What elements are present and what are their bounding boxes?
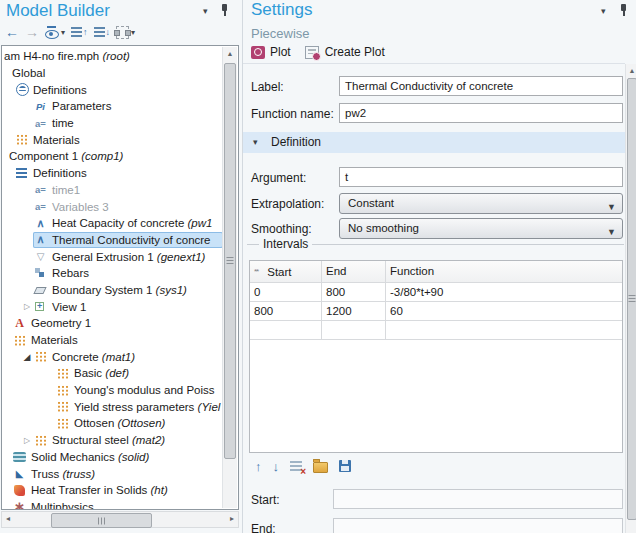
definition-section-header[interactable]: ▾ Definition [243,132,625,153]
collapse-section-arrow-icon[interactable]: ▾ [253,132,258,153]
collapsed-arrow-icon[interactable]: ▷ [21,302,33,311]
tree-item-boundary-system[interactable]: Boundary System 1 (sys1) [2,282,223,299]
tree-item-root[interactable]: am H4-no fire.mph (root) [2,48,223,65]
material-icon [55,400,70,414]
column-header-start[interactable]: **Start [250,261,322,282]
interval-row-2[interactable] [250,321,622,340]
tree-item-view-1[interactable]: ▷View 1 [2,298,223,315]
scroll-left-arrow-icon[interactable]: ◂ [6,514,10,523]
interval-cell[interactable] [322,321,386,340]
smoothing-dropdown[interactable]: No smoothing▼ [339,218,623,239]
function-name-field-label: Function name: [251,107,334,121]
tree-item-multiphysics[interactable]: Multiphysics [2,499,223,510]
tree-vertical-scrollbar[interactable]: ▲ [222,47,237,508]
interval-cell[interactable] [386,321,622,340]
tree-item-variables-3[interactable]: Variables 3 [2,198,223,215]
load-from-file-icon[interactable] [313,462,328,473]
move-up-icon[interactable]: ↑ [255,459,262,474]
pin-icon[interactable] [220,4,229,17]
expand-list-down-icon[interactable]: ↓ [91,23,114,41]
tree-item-time1[interactable]: time1 [2,182,223,199]
model-tree-node-icon[interactable]: ▾ [113,23,138,41]
scroll-up-arrow-icon[interactable]: ▲ [626,67,636,74]
start-field-label: Start: [251,493,280,507]
interval-cell[interactable]: -3/80*t+90 [386,283,622,302]
tree-item-geometry-1[interactable]: Geometry 1 [2,315,223,332]
function-name-field[interactable]: pw2 [339,103,623,123]
tree-vscroll-thumb[interactable] [224,63,236,459]
column-header-end[interactable]: End [322,261,386,282]
tree-item-thermal-conductivity[interactable]: Thermal Conductivity of concre [2,232,223,249]
start-field[interactable] [333,489,623,509]
tree-item-label: Concrete [52,351,99,363]
interval-cell[interactable]: 60 [386,302,622,321]
interval-cell[interactable] [250,321,322,340]
interval-cell[interactable]: 1200 [322,302,386,321]
tree-item-tag: (truss) [59,468,95,480]
tree-item-concrete[interactable]: ◢Concrete (mat1) [2,348,223,365]
settings-menu-dropdown-icon[interactable]: ▾ [601,6,606,16]
collapsed-arrow-icon[interactable]: ▷ [21,436,33,445]
tree-item-component-1[interactable]: Component 1 (comp1) [2,148,223,165]
end-field[interactable] [333,518,623,533]
plot-button[interactable]: Plot [251,45,291,59]
clear-table-icon[interactable] [290,461,302,471]
tree-item-materials[interactable]: Materials [2,332,223,349]
settings-vscroll-thumb[interactable] [627,78,636,520]
save-to-file-icon[interactable] [339,460,351,472]
interval-cell[interactable]: 800 [322,283,386,302]
interval-row-0[interactable]: 0800-3/80*t+90 [250,283,622,302]
interval-cell[interactable]: 800 [250,302,322,321]
rebars-icon [33,266,48,280]
interval-cell[interactable]: 0 [250,283,322,302]
tree-item-yield-stress[interactable]: Yield stress parameters (Yiel [2,398,223,415]
tree-indent [2,73,12,74]
settings-vertical-scrollbar[interactable]: ▲ [625,64,636,533]
create-plot-button[interactable]: Create Plot [305,45,385,59]
expanded-arrow-icon[interactable]: ◢ [21,352,33,362]
tree-indent [2,306,21,307]
interval-row-1[interactable]: 800120060 [250,302,622,321]
tree-item-ottosen[interactable]: Ottosen (Ottosen) [2,415,223,432]
back-arrow-icon[interactable]: ← [2,23,22,41]
intervals-table[interactable]: **Start End Function 0800-3/80*t+9080012… [249,260,623,453]
tree-item-solid-mechanics[interactable]: Solid Mechanics (solid) [2,449,223,466]
settings-pin-icon[interactable] [619,4,628,17]
tree-item-truss[interactable]: Truss (truss) [2,465,223,482]
tree-item-time[interactable]: time [2,115,223,132]
tree-horizontal-scrollbar[interactable]: ◂ ▸ [1,511,239,528]
scroll-up-arrow-icon[interactable]: ▲ [223,50,237,57]
show-hide-eye-icon[interactable]: ▾ [42,23,68,41]
argument-field[interactable]: t [339,167,623,187]
eye-dropdown-arrow-icon[interactable]: ▾ [61,28,65,37]
tree-item-global[interactable]: Global [2,65,223,82]
panel-menu-dropdown-icon[interactable]: ▾ [203,6,208,16]
scroll-right-arrow-icon[interactable]: ▸ [230,514,234,523]
tree-item-heat-capacity[interactable]: Heat Capacity of concrete (pw1 [2,215,223,232]
collapse-list-up-icon[interactable]: ↑ [68,23,91,41]
tree-item-heat-transfer[interactable]: Heat Transfer in Solids (ht) [2,482,223,499]
tree-item-rebars[interactable]: Rebars [2,265,223,282]
forward-arrow-icon[interactable]: → [22,23,42,41]
tree-item-label: Variables 3 [52,201,109,213]
move-down-icon[interactable]: ↓ [273,459,280,474]
column-header-function[interactable]: Function [386,261,622,282]
tree-item-label: Definitions [33,167,87,179]
tree-item-tag: (mat1) [99,351,135,363]
tree-item-structural-steel[interactable]: ▷Structural steel (mat2) [2,432,223,449]
tree-item-parameters[interactable]: Parameters [2,98,223,115]
tree-item-basic[interactable]: Basic (def) [2,365,223,382]
tree-item-general-extrusion[interactable]: General Extrusion 1 (genext1) [2,248,223,265]
node-dropdown-arrow-icon[interactable]: ▾ [131,28,135,37]
comsol-window: Model Builder ▾ ← → ▾ ↑ ↓ ▾ am H4-no fir… [0,0,636,533]
extrapolation-dropdown[interactable]: Constant▼ [339,193,623,214]
tree-item-global-definitions[interactable]: Definitions [2,81,223,98]
tree-item-youngs-modulus[interactable]: Young's modulus and Poiss [2,382,223,399]
tree-hscroll-thumb[interactable] [51,513,152,528]
label-field[interactable]: Thermal Conductivity of concrete [339,76,623,96]
tree-item-definitions[interactable]: Definitions [2,165,223,182]
plot-icon [251,46,265,59]
tree-item-global-materials[interactable]: Materials [2,131,223,148]
intervals-table-toolbar: ↑ ↓ [255,457,351,475]
extrapolation-field-label: Extrapolation: [251,197,324,211]
